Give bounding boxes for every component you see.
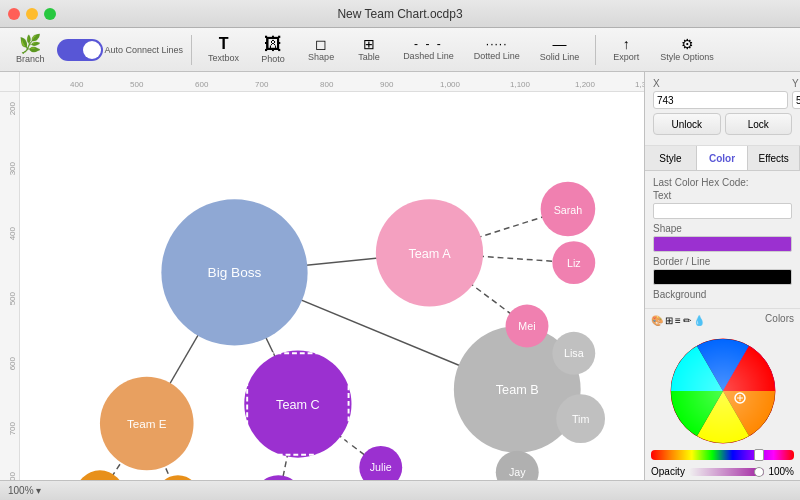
color-grid-icon[interactable]: ⊞	[665, 315, 673, 326]
dave-node[interactable]	[76, 470, 125, 480]
julie-label: Julie	[370, 461, 392, 473]
lisa-label: Lisa	[564, 347, 584, 359]
liz-label: Liz	[567, 257, 581, 269]
wheel-saturation	[671, 339, 775, 443]
opacity-value: 100%	[768, 466, 794, 477]
main-area: 400 500 600 700 800 900 1,000 1,100 1,20…	[0, 72, 800, 480]
tab-style[interactable]: Style	[645, 146, 697, 170]
color-wheel[interactable]	[668, 336, 778, 446]
dotted-line-tool[interactable]: ····· Dotted Line	[466, 36, 528, 63]
dashed-line-icon: - - -	[414, 38, 443, 50]
zoom-level: 100%	[8, 485, 34, 496]
photo-icon: 🖼	[264, 35, 282, 53]
auto-connect-label: Auto Connect Lines	[105, 45, 184, 55]
branch-tool[interactable]: 🌿 Branch	[8, 33, 53, 66]
opacity-row: Opacity 100%	[651, 466, 794, 477]
auto-connect-toggle[interactable]	[57, 39, 103, 61]
export-tool[interactable]: ↑ Export	[604, 35, 648, 64]
opacity-label: Opacity	[651, 466, 685, 477]
jay-label: Jay	[509, 466, 526, 478]
team-a-label: Team A	[408, 247, 451, 261]
minimize-button[interactable]	[26, 8, 38, 20]
tab-effects[interactable]: Effects	[748, 146, 800, 170]
unlock-button[interactable]: Unlock	[653, 113, 721, 135]
toolbar: 🌿 Branch Auto Connect Lines T Textbox 🖼 …	[0, 28, 800, 72]
ruler-vertical: 200 300 400 500 600 700 800	[0, 72, 20, 480]
dotted-line-icon: ·····	[486, 38, 508, 50]
export-icon: ↑	[623, 37, 630, 51]
team-b-label: Team B	[496, 383, 539, 397]
shape-color-label: Shape	[653, 223, 792, 234]
mary-node[interactable]	[254, 475, 303, 480]
x-label: X	[653, 78, 788, 89]
lock-button[interactable]: Lock	[725, 113, 793, 135]
text-color-label: Text	[653, 190, 792, 201]
shape-color-swatch[interactable]	[653, 236, 792, 252]
john-node[interactable]	[157, 475, 200, 480]
color-sliders-icon[interactable]: ≡	[675, 315, 681, 326]
color-wheel-container[interactable]	[651, 332, 794, 450]
ruler-h-mark: 1,200	[575, 80, 595, 89]
color-section: Last Color Hex Code: Text Shape Border /…	[645, 171, 800, 309]
canvas-area[interactable]: 400 500 600 700 800 900 1,000 1,100 1,20…	[0, 72, 644, 480]
table-label: Table	[358, 52, 380, 62]
colors-section-label: Colors	[765, 313, 794, 324]
y-label: Y	[792, 78, 800, 89]
toggle-knob	[83, 41, 101, 59]
ruler-h-mark: 700	[255, 80, 268, 89]
ruler-h-mark: 900	[380, 80, 393, 89]
ruler-horizontal: 400 500 600 700 800 900 1,000 1,100 1,20…	[20, 72, 644, 92]
ruler-v-mark: 400	[8, 227, 17, 240]
solid-line-label: Solid Line	[540, 52, 580, 62]
opacity-slider[interactable]	[689, 468, 765, 476]
coordinates-section: X Y Width Height Unlock Lock	[645, 72, 800, 146]
textbox-label: Textbox	[208, 53, 239, 63]
photo-tool[interactable]: 🖼 Photo	[251, 33, 295, 66]
color-dropper-icon[interactable]: 💧	[693, 315, 705, 326]
branch-label: Branch	[16, 54, 45, 64]
ruler-h-mark: 1,100	[510, 80, 530, 89]
diagram-canvas[interactable]: Big Boss Team A Team B Team C Team E Sar…	[20, 92, 644, 480]
close-button[interactable]	[8, 8, 20, 20]
ruler-h-mark: 400	[70, 80, 83, 89]
footer: 100% ▾	[0, 480, 800, 500]
hex-code-label: Last Color Hex Code:	[653, 177, 792, 188]
hue-slider[interactable]	[651, 450, 794, 460]
dashed-line-tool[interactable]: - - - Dashed Line	[395, 36, 462, 63]
style-options-tool[interactable]: ⚙ Style Options	[652, 35, 722, 64]
background-color-label: Background	[653, 289, 792, 300]
border-color-label: Border / Line	[653, 256, 792, 267]
hue-knob[interactable]	[754, 449, 764, 461]
maximize-button[interactable]	[44, 8, 56, 20]
gear-icon: ⚙	[681, 37, 694, 51]
shape-label: Shape	[308, 52, 334, 62]
team-c-label: Team C	[276, 398, 320, 412]
toolbar-separator-1	[191, 35, 192, 65]
textbox-icon: T	[219, 36, 229, 52]
color-wheel-icon[interactable]: 🎨	[651, 315, 663, 326]
panel-tabs: Style Color Effects	[645, 146, 800, 171]
tab-color[interactable]: Color	[697, 146, 749, 170]
y-input[interactable]	[792, 91, 800, 109]
ruler-v-mark: 500	[8, 292, 17, 305]
x-input[interactable]	[653, 91, 788, 109]
solid-line-tool[interactable]: — Solid Line	[532, 35, 588, 64]
dashed-line-label: Dashed Line	[403, 51, 454, 61]
color-wheel-section: 🎨 ⊞ ≡ ✏ 💧 Colors	[645, 309, 800, 480]
solid-line-icon: —	[552, 37, 566, 51]
branch-icon: 🌿	[19, 35, 41, 53]
ruler-v-mark: 700	[8, 422, 17, 435]
table-tool[interactable]: ⊞ Table	[347, 35, 391, 64]
text-color-swatch[interactable]	[653, 203, 792, 219]
sarah-label: Sarah	[554, 204, 583, 216]
border-color-swatch[interactable]	[653, 269, 792, 285]
photo-label: Photo	[261, 54, 285, 64]
shape-tool[interactable]: ◻ Shape	[299, 35, 343, 64]
zoom-dropdown-icon[interactable]: ▾	[36, 485, 41, 496]
team-e-label: Team E	[127, 417, 167, 430]
color-mode-icons: 🎨 ⊞ ≡ ✏ 💧	[651, 315, 705, 326]
opacity-knob[interactable]	[754, 467, 764, 477]
color-pencil-icon[interactable]: ✏	[683, 315, 691, 326]
ruler-h-mark: 1,300	[635, 80, 644, 89]
textbox-tool[interactable]: T Textbox	[200, 34, 247, 65]
